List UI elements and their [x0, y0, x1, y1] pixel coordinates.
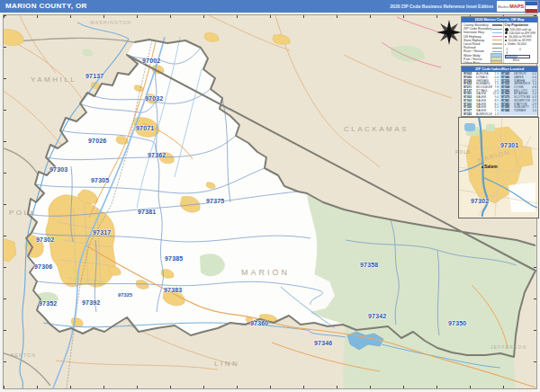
scale-bar-row: 0 4 8 Kilometers	[505, 63, 536, 64]
zip-index-zip: 97392	[501, 109, 514, 112]
legend-item-swatch	[492, 43, 502, 44]
city-class-label: Under 10,000	[508, 42, 526, 46]
inset-canvas	[459, 118, 537, 217]
city-size-dot-icon	[505, 40, 507, 41]
zip-index-name: AUMSVILLE	[476, 112, 492, 116]
legend-symbol-list: County Boundary ZIP Code Boundary Inters…	[462, 22, 503, 64]
header-bar: MARION COUNTY, OR 2020 ZIP Code Business…	[0, 0, 540, 13]
legend-item-swatch	[492, 40, 502, 40]
edition-subtitle: 2020 ZIP Code Business Reference Inset E…	[390, 4, 493, 9]
legend-item: Urban Area	[464, 61, 502, 64]
zip-index-row: 97325 AUMSVILLE 1.3	[464, 112, 499, 116]
legend-item-swatch	[492, 29, 502, 30]
scale-bars: 0 4 8 Miles 0 4 8 Kilometers	[505, 48, 536, 64]
inset-map	[458, 117, 539, 218]
badge-stripe-red	[526, 9, 537, 13]
scale-ticks: 0 4 8	[507, 48, 536, 55]
scale-ticks: 0 4 8	[507, 63, 536, 64]
legend-city-column: City Population 500,000 and up 100,000 t…	[503, 22, 537, 64]
scale-label: Miles	[505, 58, 528, 62]
map-frame: 2020 Marion County, OR Map County Bounda…	[3, 14, 537, 389]
legend-item-swatch	[492, 24, 502, 26]
zip-index-row: 97392 TURNER 1.0	[501, 109, 536, 112]
zip-index-name: TURNER	[514, 109, 530, 112]
zip-index-zip: 97325	[464, 112, 476, 116]
brand-logo: MarketMAPS	[497, 1, 525, 12]
map-canvas	[4, 15, 536, 388]
legend-item-label: Urban Area	[464, 61, 480, 64]
page: MARION COUNTY, OR 2020 ZIP Code Business…	[0, 0, 540, 392]
compass-icon	[436, 20, 462, 45]
zip-index-pct: 1.3	[492, 112, 499, 116]
zip-index-pct: 1.0	[530, 109, 536, 112]
frame-ticks-bottom	[4, 386, 536, 388]
zip-index-column-1: 97002 AURORA 1.9 97020 DONALD 0.4 97026	[462, 72, 500, 115]
brand-maps-text: MAPS	[509, 4, 524, 9]
city-size-dot-icon	[505, 28, 508, 31]
legend-item-swatch	[490, 60, 502, 64]
vendor-badge	[525, 1, 538, 13]
city-size-dot-icon	[505, 36, 508, 39]
zip-index-panel: ZIP Code Index/Non Located 97002 AURORA …	[461, 66, 538, 117]
legend-item-swatch	[492, 36, 502, 37]
legend-panel: 2020 Marion County, OR Map County Bounda…	[461, 16, 538, 64]
frame-ticks-left	[4, 15, 6, 388]
frame-ticks-top	[4, 15, 536, 18]
legend-item-swatch	[492, 32, 502, 33]
zip-index-column-2: 97342 DETROIT 0.2 97346 GATES 0.4 97350	[500, 72, 537, 115]
city-class-row: Under 10,000	[505, 42, 536, 46]
city-size-dot-icon	[505, 44, 506, 45]
legend-item-swatch	[492, 48, 502, 49]
map-title: MARION COUNTY, OR	[5, 2, 87, 10]
city-class-list: 500,000 and up 100,000 to 499,999 50,000…	[505, 28, 536, 47]
scale-bar-row: 0 4 8 Miles	[505, 48, 536, 62]
brand-market-text: Market	[498, 4, 508, 9]
